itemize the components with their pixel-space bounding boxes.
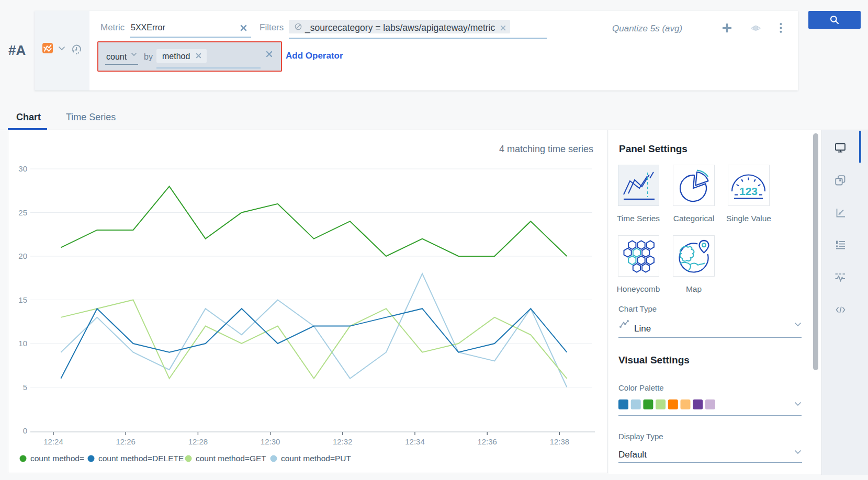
svg-text:123: 123: [739, 185, 758, 197]
svg-text:count method=: count method=: [30, 454, 84, 463]
svg-text:count method=GET: count method=GET: [196, 454, 266, 463]
svg-text:15: 15: [18, 295, 27, 304]
svg-text:12:34: 12:34: [405, 437, 425, 446]
svg-text:12:32: 12:32: [333, 437, 353, 446]
svg-text:30: 30: [18, 164, 27, 173]
svg-text:10: 10: [18, 339, 27, 348]
svg-text:5: 5: [23, 383, 27, 392]
svg-text:12:24: 12:24: [43, 437, 63, 446]
svg-text:12:36: 12:36: [477, 437, 497, 446]
svg-text:0: 0: [23, 426, 27, 435]
svg-text:20: 20: [18, 252, 27, 260]
svg-text:12:38: 12:38: [550, 437, 570, 446]
svg-text:12:26: 12:26: [116, 437, 136, 446]
svg-text:count method=PUT: count method=PUT: [281, 454, 352, 463]
svg-text:count method=DELETE: count method=DELETE: [98, 454, 184, 463]
svg-text:25: 25: [18, 208, 27, 217]
svg-text:12:30: 12:30: [261, 437, 280, 446]
svg-text:12:28: 12:28: [188, 437, 208, 446]
